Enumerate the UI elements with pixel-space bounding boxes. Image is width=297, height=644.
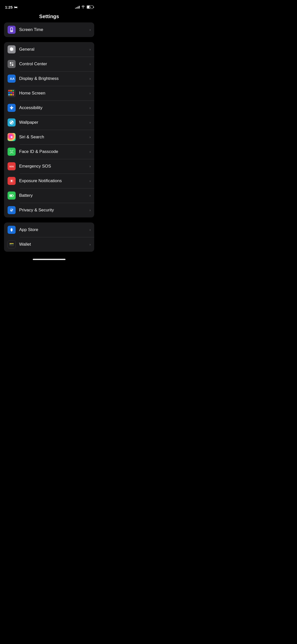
- wifi-icon: [81, 5, 85, 9]
- wallpaper-label: Wallpaper: [19, 120, 89, 125]
- app-store-label: App Store: [19, 227, 89, 232]
- svg-rect-38: [10, 244, 11, 244]
- siri-search-label: Siri & Search: [19, 135, 89, 140]
- accessibility-chevron: ›: [89, 106, 91, 110]
- status-left: 1:25 🛏: [5, 5, 17, 9]
- siri-search-row[interactable]: Siri & Search ›: [4, 130, 94, 144]
- exposure-chevron: ›: [89, 179, 91, 183]
- emergency-sos-row[interactable]: SOS Emergency SOS ›: [4, 159, 94, 174]
- svg-rect-16: [12, 94, 14, 95]
- screen-time-row[interactable]: Screen Time ›: [4, 22, 94, 37]
- wallpaper-chevron: ›: [89, 120, 91, 124]
- battery-icon: [8, 191, 16, 200]
- svg-rect-24: [10, 153, 11, 153]
- face-id-row[interactable]: Face ID & Passcode ›: [4, 144, 94, 159]
- svg-rect-12: [10, 92, 12, 93]
- svg-point-21: [11, 137, 12, 138]
- battery-chevron: ›: [89, 194, 91, 198]
- app-store-row[interactable]: App Store ›: [4, 222, 94, 237]
- face-id-icon: [8, 148, 16, 156]
- control-center-icon: [8, 60, 16, 68]
- svg-rect-22: [10, 150, 11, 151]
- page-title: Settings: [0, 13, 98, 22]
- battery-icon: 43: [87, 5, 93, 9]
- general-label: General: [19, 47, 89, 52]
- display-brightness-icon: AA: [8, 75, 16, 83]
- wallet-row[interactable]: Wallet ›: [4, 237, 94, 252]
- svg-text:AA: AA: [10, 77, 14, 81]
- siri-search-chevron: ›: [89, 135, 91, 139]
- general-icon: [8, 45, 16, 53]
- svg-rect-4: [12, 62, 13, 64]
- control-center-row[interactable]: Control Center ›: [4, 57, 94, 71]
- accessibility-row[interactable]: Accessibility ›: [4, 101, 94, 115]
- control-center-label: Control Center: [19, 61, 89, 67]
- wallpaper-icon: [8, 118, 16, 126]
- exposure-icon: [8, 177, 16, 185]
- display-brightness-chevron: ›: [89, 77, 91, 81]
- home-screen-row[interactable]: Home Screen ›: [4, 86, 94, 101]
- svg-rect-13: [12, 92, 14, 93]
- svg-point-18: [11, 122, 12, 123]
- svg-rect-25: [13, 153, 13, 153]
- svg-rect-11: [8, 92, 10, 93]
- svg-rect-14: [8, 94, 10, 95]
- svg-rect-9: [10, 90, 12, 91]
- face-id-chevron: ›: [89, 150, 91, 154]
- wallet-icon: [8, 240, 16, 248]
- svg-point-29: [11, 180, 13, 182]
- time-display: 1:25: [5, 5, 13, 9]
- privacy-security-label: Privacy & Security: [19, 208, 89, 213]
- general-section: General › Control Center › AA Display & …: [4, 42, 94, 217]
- face-id-label: Face ID & Passcode: [19, 149, 89, 154]
- emergency-sos-chevron: ›: [89, 164, 91, 168]
- signal-icon: [75, 6, 80, 9]
- bottom-bar: [0, 257, 98, 265]
- home-screen-icon: [8, 89, 16, 97]
- general-row[interactable]: General ›: [4, 42, 94, 57]
- wallpaper-row[interactable]: Wallpaper ›: [4, 115, 94, 130]
- app-section: App Store › Wallet ›: [4, 222, 94, 252]
- display-brightness-row[interactable]: AA Display & Brightness ›: [4, 71, 94, 86]
- exposure-label: Exposure Notifications: [19, 178, 89, 183]
- svg-rect-23: [13, 150, 13, 151]
- privacy-security-row[interactable]: Privacy & Security ›: [4, 203, 94, 217]
- svg-rect-6: [12, 64, 13, 66]
- siri-icon: [8, 133, 16, 141]
- svg-rect-5: [10, 64, 11, 66]
- svg-rect-1: [11, 28, 12, 30]
- general-chevron: ›: [89, 47, 91, 51]
- home-indicator: [33, 259, 65, 260]
- control-center-chevron: ›: [89, 62, 91, 66]
- screen-time-section: Screen Time ›: [4, 22, 94, 37]
- screen-time-chevron: ›: [89, 28, 91, 32]
- svg-rect-3: [10, 62, 11, 64]
- battery-row[interactable]: Battery ›: [4, 188, 94, 203]
- display-brightness-label: Display & Brightness: [19, 76, 89, 81]
- wallet-label: Wallet: [19, 242, 89, 247]
- app-store-chevron: ›: [89, 228, 91, 232]
- svg-point-27: [12, 151, 12, 151]
- svg-rect-8: [8, 90, 10, 91]
- emergency-sos-icon: SOS: [8, 162, 16, 170]
- svg-rect-15: [10, 94, 12, 95]
- status-right: 43: [75, 5, 93, 9]
- status-bar: 1:25 🛏 43: [0, 0, 98, 13]
- accessibility-label: Accessibility: [19, 105, 89, 110]
- svg-point-17: [11, 106, 12, 107]
- wallet-chevron: ›: [89, 242, 91, 246]
- battery-label: Battery: [19, 193, 89, 198]
- privacy-security-icon: [8, 206, 16, 214]
- svg-point-26: [11, 151, 11, 151]
- screen-time-label: Screen Time: [19, 27, 89, 32]
- battery-level: 43: [89, 6, 91, 8]
- accessibility-icon: [8, 104, 16, 112]
- app-store-icon: [8, 226, 16, 234]
- exposure-row[interactable]: Exposure Notifications ›: [4, 174, 94, 188]
- bed-icon: 🛏: [14, 5, 17, 9]
- home-screen-chevron: ›: [89, 91, 91, 95]
- svg-text:SOS: SOS: [9, 165, 14, 168]
- emergency-sos-label: Emergency SOS: [19, 164, 89, 169]
- svg-rect-2: [11, 31, 12, 31]
- screen-time-icon: [8, 26, 16, 34]
